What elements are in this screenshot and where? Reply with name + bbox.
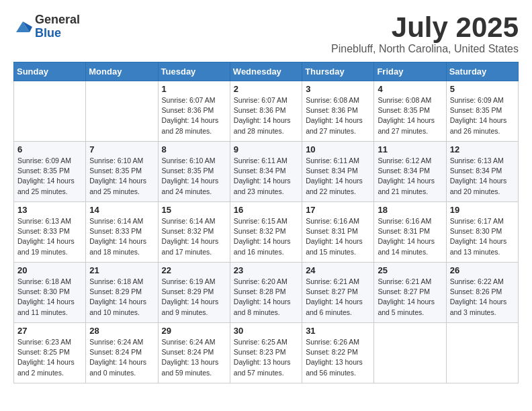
calendar-table: SundayMondayTuesdayWednesdayThursdayFrid… — [13, 62, 519, 383]
calendar-cell: 18Sunrise: 6:16 AM Sunset: 8:31 PM Dayli… — [374, 202, 446, 263]
day-info: Sunrise: 6:08 AM Sunset: 8:36 PM Dayligh… — [306, 95, 370, 136]
calendar-cell: 31Sunrise: 6:26 AM Sunset: 8:22 PM Dayli… — [302, 323, 374, 383]
calendar-cell: 19Sunrise: 6:17 AM Sunset: 8:30 PM Dayli… — [446, 202, 518, 263]
day-info: Sunrise: 6:11 AM Sunset: 8:34 PM Dayligh… — [306, 156, 370, 197]
day-info: Sunrise: 6:09 AM Sunset: 8:35 PM Dayligh… — [450, 95, 515, 136]
day-info: Sunrise: 6:26 AM Sunset: 8:22 PM Dayligh… — [306, 337, 370, 378]
day-header-friday: Friday — [374, 62, 446, 81]
calendar-cell: 4Sunrise: 6:08 AM Sunset: 8:35 PM Daylig… — [374, 81, 446, 142]
day-info: Sunrise: 6:21 AM Sunset: 8:27 PM Dayligh… — [378, 277, 442, 318]
day-info: Sunrise: 6:21 AM Sunset: 8:27 PM Dayligh… — [306, 277, 370, 318]
day-number: 19 — [450, 205, 515, 215]
day-number: 3 — [306, 84, 370, 94]
day-info: Sunrise: 6:15 AM Sunset: 8:32 PM Dayligh… — [234, 216, 298, 257]
calendar-cell: 29Sunrise: 6:24 AM Sunset: 8:24 PM Dayli… — [158, 323, 230, 383]
calendar-cell: 23Sunrise: 6:20 AM Sunset: 8:28 PM Dayli… — [230, 263, 302, 323]
calendar-cell: 16Sunrise: 6:15 AM Sunset: 8:32 PM Dayli… — [230, 202, 302, 263]
day-info: Sunrise: 6:16 AM Sunset: 8:31 PM Dayligh… — [378, 216, 442, 257]
day-number: 8 — [162, 144, 226, 154]
calendar-cell: 24Sunrise: 6:21 AM Sunset: 8:27 PM Dayli… — [302, 263, 374, 323]
day-info: Sunrise: 6:19 AM Sunset: 8:29 PM Dayligh… — [162, 277, 226, 318]
day-number: 26 — [450, 265, 515, 275]
day-number: 2 — [234, 84, 298, 94]
day-info: Sunrise: 6:20 AM Sunset: 8:28 PM Dayligh… — [234, 277, 298, 318]
calendar-cell: 2Sunrise: 6:07 AM Sunset: 8:36 PM Daylig… — [230, 81, 302, 142]
day-info: Sunrise: 6:13 AM Sunset: 8:34 PM Dayligh… — [450, 156, 515, 197]
day-header-thursday: Thursday — [302, 62, 374, 81]
calendar-cell: 11Sunrise: 6:12 AM Sunset: 8:34 PM Dayli… — [374, 142, 446, 202]
day-number: 17 — [306, 205, 370, 215]
day-number: 9 — [234, 144, 298, 154]
calendar-cell: 30Sunrise: 6:25 AM Sunset: 8:23 PM Dayli… — [230, 323, 302, 383]
day-info: Sunrise: 6:07 AM Sunset: 8:36 PM Dayligh… — [162, 95, 226, 136]
calendar-cell — [86, 81, 158, 142]
logo-icon — [13, 17, 32, 36]
day-info: Sunrise: 6:10 AM Sunset: 8:35 PM Dayligh… — [89, 156, 154, 197]
day-header-sunday: Sunday — [14, 62, 86, 81]
day-number: 31 — [306, 326, 370, 336]
day-number: 11 — [378, 144, 442, 154]
calendar-cell: 7Sunrise: 6:10 AM Sunset: 8:35 PM Daylig… — [86, 142, 158, 202]
calendar-week-row: 13Sunrise: 6:13 AM Sunset: 8:33 PM Dayli… — [14, 202, 519, 263]
day-number: 22 — [162, 265, 226, 275]
calendar-cell: 28Sunrise: 6:24 AM Sunset: 8:24 PM Dayli… — [86, 323, 158, 383]
logo-text: General Blue — [35, 13, 80, 40]
day-info: Sunrise: 6:14 AM Sunset: 8:33 PM Dayligh… — [89, 216, 154, 257]
day-number: 6 — [17, 144, 82, 154]
calendar-cell — [14, 81, 86, 142]
calendar-cell — [374, 323, 446, 383]
calendar-cell: 25Sunrise: 6:21 AM Sunset: 8:27 PM Dayli… — [374, 263, 446, 323]
calendar-title: July 2025 — [331, 13, 519, 42]
calendar-cell: 14Sunrise: 6:14 AM Sunset: 8:33 PM Dayli… — [86, 202, 158, 263]
page-header: General Blue July 2025 Pinebluff, North … — [13, 13, 519, 55]
day-number: 29 — [162, 326, 226, 336]
day-info: Sunrise: 6:14 AM Sunset: 8:32 PM Dayligh… — [162, 216, 226, 257]
day-number: 20 — [17, 265, 82, 275]
day-number: 18 — [378, 205, 442, 215]
day-number: 7 — [89, 144, 154, 154]
calendar-cell: 12Sunrise: 6:13 AM Sunset: 8:34 PM Dayli… — [446, 142, 518, 202]
logo: General Blue — [13, 13, 80, 40]
calendar-cell: 5Sunrise: 6:09 AM Sunset: 8:35 PM Daylig… — [446, 81, 518, 142]
day-header-saturday: Saturday — [446, 62, 518, 81]
calendar-cell: 3Sunrise: 6:08 AM Sunset: 8:36 PM Daylig… — [302, 81, 374, 142]
calendar-cell: 9Sunrise: 6:11 AM Sunset: 8:34 PM Daylig… — [230, 142, 302, 202]
day-number: 30 — [234, 326, 298, 336]
logo-blue: Blue — [35, 27, 80, 40]
day-info: Sunrise: 6:24 AM Sunset: 8:24 PM Dayligh… — [162, 337, 226, 378]
calendar-cell: 17Sunrise: 6:16 AM Sunset: 8:31 PM Dayli… — [302, 202, 374, 263]
day-number: 23 — [234, 265, 298, 275]
day-info: Sunrise: 6:24 AM Sunset: 8:24 PM Dayligh… — [89, 337, 154, 378]
day-info: Sunrise: 6:09 AM Sunset: 8:35 PM Dayligh… — [17, 156, 82, 197]
day-number: 10 — [306, 144, 370, 154]
day-number: 27 — [17, 326, 82, 336]
day-info: Sunrise: 6:07 AM Sunset: 8:36 PM Dayligh… — [234, 95, 298, 136]
day-number: 15 — [162, 205, 226, 215]
day-info: Sunrise: 6:22 AM Sunset: 8:26 PM Dayligh… — [450, 277, 515, 318]
day-number: 25 — [378, 265, 442, 275]
day-info: Sunrise: 6:12 AM Sunset: 8:34 PM Dayligh… — [378, 156, 442, 197]
calendar-cell: 6Sunrise: 6:09 AM Sunset: 8:35 PM Daylig… — [14, 142, 86, 202]
calendar-cell: 27Sunrise: 6:23 AM Sunset: 8:25 PM Dayli… — [14, 323, 86, 383]
day-number: 1 — [162, 84, 226, 94]
calendar-header-row: SundayMondayTuesdayWednesdayThursdayFrid… — [14, 62, 519, 81]
day-number: 13 — [17, 205, 82, 215]
calendar-cell: 20Sunrise: 6:18 AM Sunset: 8:30 PM Dayli… — [14, 263, 86, 323]
day-info: Sunrise: 6:08 AM Sunset: 8:35 PM Dayligh… — [378, 95, 442, 136]
logo-general: General — [35, 13, 80, 27]
day-info: Sunrise: 6:16 AM Sunset: 8:31 PM Dayligh… — [306, 216, 370, 257]
calendar-week-row: 20Sunrise: 6:18 AM Sunset: 8:30 PM Dayli… — [14, 263, 519, 323]
day-info: Sunrise: 6:13 AM Sunset: 8:33 PM Dayligh… — [17, 216, 82, 257]
calendar-cell: 13Sunrise: 6:13 AM Sunset: 8:33 PM Dayli… — [14, 202, 86, 263]
day-info: Sunrise: 6:23 AM Sunset: 8:25 PM Dayligh… — [17, 337, 82, 378]
title-block: July 2025 Pinebluff, North Carolina, Uni… — [331, 13, 519, 55]
day-header-wednesday: Wednesday — [230, 62, 302, 81]
calendar-cell: 21Sunrise: 6:18 AM Sunset: 8:29 PM Dayli… — [86, 263, 158, 323]
day-number: 14 — [89, 205, 154, 215]
day-info: Sunrise: 6:11 AM Sunset: 8:34 PM Dayligh… — [234, 156, 298, 197]
calendar-cell: 10Sunrise: 6:11 AM Sunset: 8:34 PM Dayli… — [302, 142, 374, 202]
day-header-tuesday: Tuesday — [158, 62, 230, 81]
day-number: 12 — [450, 144, 515, 154]
calendar-cell: 8Sunrise: 6:10 AM Sunset: 8:35 PM Daylig… — [158, 142, 230, 202]
day-info: Sunrise: 6:18 AM Sunset: 8:30 PM Dayligh… — [17, 277, 82, 318]
